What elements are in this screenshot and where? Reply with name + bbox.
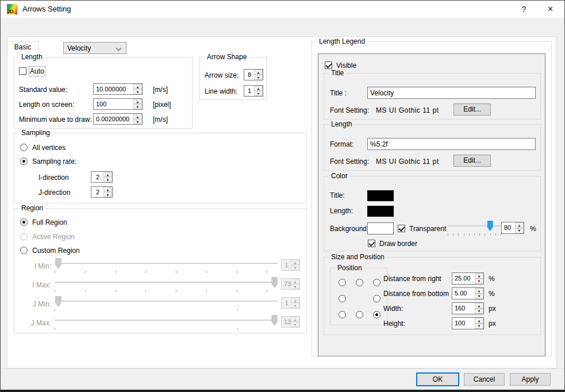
active-region-label: Active Region bbox=[32, 233, 75, 241]
background-color-swatch[interactable] bbox=[367, 222, 394, 235]
spin-arrows-icon: ▲▼ bbox=[291, 279, 299, 289]
spin-arrows-icon[interactable]: ▲▼ bbox=[254, 86, 263, 96]
position-radio-top-right[interactable] bbox=[373, 279, 380, 286]
transparent-checkbox-label: Transparent bbox=[409, 225, 446, 233]
visible-checkbox-label: Visible bbox=[336, 62, 356, 70]
full-region-radio[interactable] bbox=[20, 218, 28, 226]
distance-bottom-spinner[interactable]: 5.00 ▲▼ bbox=[452, 287, 484, 299]
position-radio-bottom-center[interactable] bbox=[356, 311, 363, 318]
length-color-swatch[interactable] bbox=[367, 206, 394, 217]
spin-arrows-icon[interactable]: ▲▼ bbox=[133, 84, 142, 94]
legend-title-group: Title Title : Font Setting: MS UI Gothic… bbox=[324, 73, 541, 120]
j-direction-spinner[interactable]: 2 ▲▼ bbox=[91, 186, 113, 198]
title-color-swatch[interactable] bbox=[367, 190, 394, 201]
all-vertices-radio[interactable] bbox=[20, 144, 28, 151]
spin-arrows-icon[interactable]: ▲▼ bbox=[103, 187, 112, 197]
position-radio-middle-right[interactable] bbox=[373, 295, 380, 302]
format-input[interactable] bbox=[367, 138, 536, 150]
help-button[interactable]: ? bbox=[511, 1, 537, 18]
minimum-value-label: Minimum value to draw: bbox=[19, 116, 92, 124]
distance-bottom-unit: % bbox=[489, 290, 495, 298]
draw-border-checkbox[interactable] bbox=[368, 240, 375, 247]
apply-button[interactable]: Apply bbox=[510, 373, 551, 386]
transparent-checkbox[interactable] bbox=[398, 225, 405, 232]
i-min-label: I Min: bbox=[19, 262, 51, 270]
spin-arrows-icon[interactable]: ▲▼ bbox=[254, 70, 263, 80]
spin-arrows-icon[interactable]: ▲▼ bbox=[133, 99, 142, 109]
standard-value-label: Standard value: bbox=[19, 86, 67, 94]
format-field-label: Format: bbox=[330, 140, 353, 148]
custom-region-radio[interactable] bbox=[20, 247, 28, 254]
close-button[interactable]: × bbox=[537, 1, 563, 18]
spin-arrows-icon: ▲▼ bbox=[291, 317, 299, 327]
height-unit: px bbox=[489, 320, 496, 328]
transparency-slider[interactable] bbox=[448, 221, 501, 236]
arrow-shape-group: Arrow Shape Arrow size: 8 ▲▼ Line width:… bbox=[199, 57, 267, 100]
j-max-label: J Max: bbox=[19, 319, 51, 327]
j-max-slider bbox=[55, 315, 278, 330]
i-direction-spinner[interactable]: 2 ▲▼ bbox=[91, 171, 113, 183]
length-on-screen-spinner[interactable]: 100 ▲▼ bbox=[93, 98, 143, 110]
legend-length-group: Length Format: Font Setting: MS UI Gothi… bbox=[324, 124, 541, 171]
length-legend-panel: Visible Title Title : Font Setting: MS U… bbox=[318, 53, 545, 356]
ok-button[interactable]: OK bbox=[416, 372, 459, 386]
transparency-slider-thumb[interactable] bbox=[487, 221, 493, 231]
standard-value-spinner[interactable]: 10.000000 ▲▼ bbox=[93, 83, 143, 95]
spin-arrows-icon[interactable]: ▲▼ bbox=[515, 222, 524, 233]
legend-color-group: Color Title: Length: Background: Transpa… bbox=[324, 176, 541, 251]
distance-right-spinner[interactable]: 25.00 ▲▼ bbox=[452, 272, 484, 285]
title-font-edit-button[interactable]: Edit... bbox=[453, 103, 491, 116]
title-font-value: MS UI Gothic 11 pt bbox=[376, 106, 439, 114]
position-radio-top-left[interactable] bbox=[339, 279, 346, 286]
position-radio-bottom-left[interactable] bbox=[339, 311, 346, 318]
dialog-footer: OK Cancel Apply bbox=[1, 368, 564, 390]
cancel-button[interactable]: Cancel bbox=[464, 373, 505, 386]
distance-bottom-label: Distance from bottom bbox=[383, 290, 449, 298]
i-min-slider-thumb bbox=[55, 258, 62, 269]
j-max-slider-thumb bbox=[271, 315, 278, 326]
distance-right-unit: % bbox=[489, 275, 495, 283]
spin-arrows-icon[interactable]: ▲▼ bbox=[475, 273, 483, 284]
length-font-edit-button[interactable]: Edit... bbox=[453, 155, 491, 167]
color-background-label: Background: bbox=[330, 225, 368, 233]
i-min-slider bbox=[55, 258, 278, 273]
spin-arrows-icon[interactable]: ▲▼ bbox=[133, 114, 142, 124]
arrow-size-spinner[interactable]: 8 ▲▼ bbox=[244, 69, 263, 80]
value-combobox[interactable]: Velocity bbox=[63, 42, 126, 54]
minimum-value-unit: [m/s] bbox=[153, 116, 168, 124]
i-max-label: I Max: bbox=[19, 281, 51, 289]
title-input[interactable] bbox=[367, 87, 536, 99]
length-on-screen-unit: [pixel] bbox=[153, 101, 171, 109]
spin-arrows-icon[interactable]: ▲▼ bbox=[475, 303, 483, 314]
spin-arrows-icon[interactable]: ▲▼ bbox=[475, 318, 483, 329]
height-spinner[interactable]: 100 ▲▼ bbox=[452, 317, 484, 329]
position-group: Position bbox=[330, 268, 387, 325]
width-label: Width: bbox=[383, 305, 403, 313]
length-font-value: MS UI Gothic 11 pt bbox=[376, 157, 439, 166]
position-radio-top-center[interactable] bbox=[356, 279, 363, 286]
spin-arrows-icon[interactable]: ▲▼ bbox=[475, 288, 483, 299]
transparency-spinner[interactable]: 80 ▲▼ bbox=[501, 222, 524, 234]
spin-arrows-icon[interactable]: ▲▼ bbox=[103, 172, 112, 182]
j-min-label: J Min: bbox=[19, 300, 51, 308]
j-direction-label: J-direction bbox=[39, 189, 70, 197]
width-unit: px bbox=[489, 305, 496, 313]
j-min-slider-thumb bbox=[55, 296, 62, 307]
minimum-value-spinner[interactable]: 0.00200000 ▲▼ bbox=[93, 113, 143, 125]
visible-checkbox[interactable] bbox=[325, 62, 332, 69]
position-radio-middle-left[interactable] bbox=[339, 295, 346, 302]
chevron-down-icon bbox=[116, 45, 122, 51]
arrows-setting-dialog: 2D Arrows Setting ? × Basic Color Value:… bbox=[0, 0, 565, 392]
line-width-spinner[interactable]: 1 ▲▼ bbox=[244, 85, 263, 97]
region-group: Region Full Region Active Region Custom … bbox=[14, 208, 307, 333]
sampling-rate-label: Sampling rate: bbox=[32, 157, 76, 166]
width-spinner[interactable]: 160 ▲▼ bbox=[452, 302, 484, 314]
line-width-label: Line width: bbox=[205, 87, 237, 95]
tab-basic[interactable]: Basic bbox=[7, 41, 39, 54]
i-max-slider-thumb bbox=[271, 277, 278, 288]
height-label: Height: bbox=[383, 320, 405, 328]
auto-checkbox-label[interactable]: Auto bbox=[30, 67, 44, 75]
position-radio-bottom-right[interactable] bbox=[373, 311, 380, 318]
auto-checkbox[interactable] bbox=[19, 67, 26, 75]
sampling-rate-radio[interactable] bbox=[20, 157, 28, 165]
